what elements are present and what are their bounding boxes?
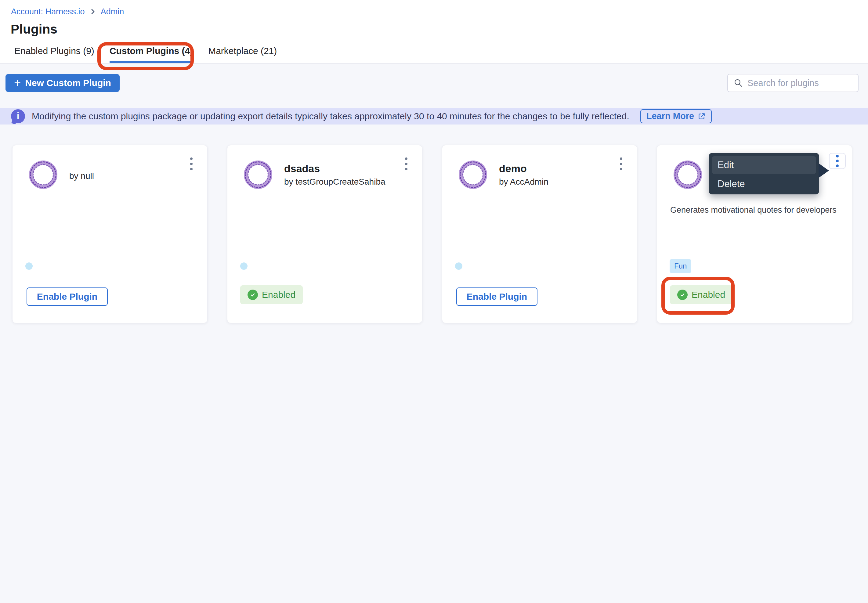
kebab-menu-icon[interactable]	[404, 156, 408, 172]
card-head: dsadas by testGroupCreateSahiba	[244, 161, 385, 189]
plugin-logo-icon	[244, 161, 272, 189]
tag-fun[interactable]: Fun	[670, 259, 691, 273]
new-custom-plugin-label: New Custom Plugin	[25, 78, 111, 88]
plugin-title: demo	[499, 162, 548, 175]
plugin-title: dsadas	[284, 162, 385, 175]
plugin-logo-icon	[459, 161, 487, 189]
tab-custom-plugins[interactable]: Custom Plugins (4)	[110, 46, 193, 63]
info-banner: i Modifying the custom plugins package o…	[0, 108, 868, 125]
kebab-menu-icon[interactable]	[189, 156, 194, 172]
plugin-logo-icon	[29, 161, 57, 189]
plugin-card-motivational: Edit Delete Generates motivational quote…	[657, 145, 852, 323]
plugin-card-grid: by null Enable Plugin dsadas by testGrou…	[12, 145, 868, 323]
plugin-card-dsadas: dsadas by testGroupCreateSahiba Enabled	[227, 145, 422, 323]
search-icon	[733, 78, 743, 88]
menu-item-delete[interactable]: Delete	[712, 175, 816, 193]
card-head: demo by AccAdmin	[459, 161, 548, 189]
plugin-logo-icon	[674, 161, 702, 189]
breadcrumb-account-link[interactable]: Account: Harness.io	[11, 7, 85, 17]
plugin-card-demo: demo by AccAdmin Enable Plugin	[442, 145, 637, 323]
empty-tag-dot	[25, 263, 32, 270]
enable-plugin-button[interactable]: Enable Plugin	[456, 288, 537, 306]
page-header: Account: Harness.io Admin Plugins Enable…	[0, 0, 868, 63]
external-link-icon	[698, 112, 706, 120]
card-context-menu: Edit Delete	[709, 153, 819, 194]
enabled-status-badge: Enabled	[670, 285, 732, 304]
breadcrumb-admin-link[interactable]: Admin	[101, 7, 124, 17]
new-custom-plugin-button[interactable]: + New Custom Plugin	[6, 74, 120, 92]
learn-more-label: Learn More	[647, 111, 694, 121]
info-icon: i	[11, 109, 25, 123]
plugin-description: Generates motivational quotes for develo…	[670, 206, 841, 215]
kebab-menu-button-active[interactable]	[829, 153, 846, 169]
plugin-author: by null	[69, 171, 94, 181]
plus-icon: +	[14, 77, 21, 88]
tab-enabled-plugins[interactable]: Enabled Plugins (9)	[14, 46, 94, 63]
check-icon	[248, 289, 258, 300]
card-head	[674, 161, 702, 189]
plugin-search	[727, 74, 859, 92]
enabled-label: Enabled	[262, 289, 296, 300]
menu-item-edit[interactable]: Edit	[712, 156, 816, 174]
breadcrumb: Account: Harness.io Admin	[11, 6, 868, 17]
chevron-right-icon	[89, 8, 96, 15]
check-icon	[677, 289, 688, 300]
learn-more-button[interactable]: Learn More	[640, 109, 712, 123]
empty-tag-dot	[240, 263, 248, 270]
search-input[interactable]	[747, 78, 862, 88]
plugin-author: by AccAdmin	[499, 177, 548, 187]
card-head: by null	[29, 161, 94, 189]
banner-message: Modifying the custom plugins package or …	[32, 111, 629, 121]
enable-plugin-button[interactable]: Enable Plugin	[26, 288, 108, 306]
plugin-card-null: by null Enable Plugin	[12, 145, 207, 323]
tab-bar: Enabled Plugins (9) Custom Plugins (4) M…	[0, 46, 868, 63]
tab-marketplace[interactable]: Marketplace (21)	[208, 46, 277, 63]
kebab-menu-icon[interactable]	[619, 156, 624, 172]
plugin-author: by testGroupCreateSahiba	[284, 177, 385, 187]
enabled-status-badge: Enabled	[240, 285, 303, 304]
empty-tag-dot	[455, 263, 463, 270]
toolbar: + New Custom Plugin	[0, 63, 868, 92]
enabled-label: Enabled	[692, 289, 725, 300]
page-title: Plugins	[11, 22, 868, 37]
